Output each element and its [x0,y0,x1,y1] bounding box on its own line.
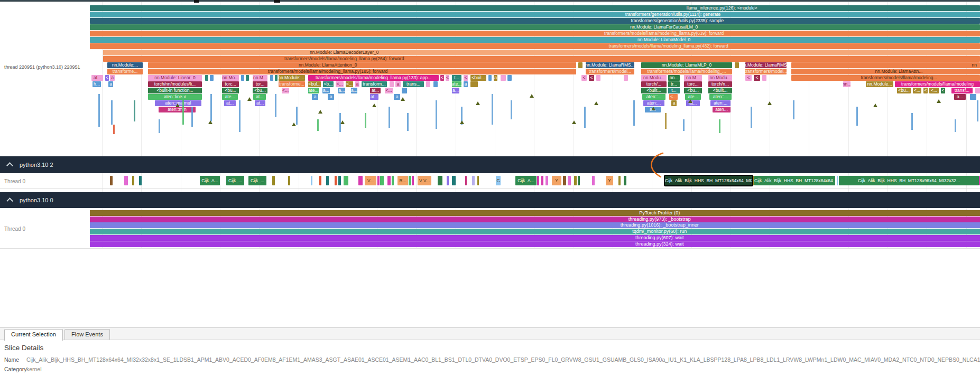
flame-span[interactable] [624,75,628,81]
flame-span[interactable]: transforme... [107,69,143,74]
flame-span[interactable] [970,94,976,100]
flame-span[interactable]: transf... [951,88,973,93]
flame-span[interactable]: nn.Mo... [222,75,239,81]
flame-span[interactable]: a [395,81,401,87]
kernel-slice[interactable] [447,176,449,185]
flame-span[interactable]: a [328,94,334,100]
flame-span[interactable]: ate... [308,88,319,93]
flame-span[interactable] [210,75,214,81]
flame-graph-track[interactable]: llama_inference.py(126): <module>transfo… [0,0,980,157]
kernel-slice-selected[interactable]: Cijk_Alik_Bljk_HHS_BH_MT128x64x64_MI32x.… [665,176,752,185]
flame-span[interactable]: <... [669,94,678,100]
flame-span[interactable]: < [923,88,928,93]
flame-span[interactable]: <bu... [253,88,267,93]
flame-span[interactable]: <... [346,81,353,87]
kernel-slice[interactable] [319,176,321,185]
kernel-slice[interactable]: Cijk_... [248,176,266,185]
flame-span[interactable]: a [671,100,677,106]
flame-span[interactable]: aten... [713,107,731,112]
kernel-slice[interactable] [377,176,380,185]
flame-span[interactable]: nn.Module:... [107,62,143,68]
flame-span[interactable]: < [446,75,449,81]
flame-span[interactable] [205,75,208,81]
kernel-slice[interactable]: C [496,176,501,185]
kernel-slice[interactable] [326,176,329,185]
flame-span[interactable]: trans... [403,81,424,87]
flame-span[interactable]: at... [370,88,381,93]
flame-span[interactable]: nn.Module: LlamaDecoderLayer_0 [103,50,980,55]
flame-span[interactable]: at... [370,94,378,100]
kernel-slice[interactable]: Y [606,176,613,185]
flame-span[interactable]: at... [253,94,266,100]
flame-span[interactable]: nn... [668,75,680,81]
flame-span[interactable]: torc... [222,81,239,87]
python-slice[interactable]: PyTorch Profiler (0) [90,210,980,216]
flame-span[interactable]: nn.Modu... [708,75,732,81]
flame-span[interactable]: < [440,75,444,81]
flame-span[interactable]: < [581,75,587,81]
flame-span[interactable]: < [941,88,945,93]
flame-span[interactable] [270,75,273,81]
kernel-slice[interactable] [541,176,543,185]
flame-span[interactable] [470,81,478,87]
flame-span[interactable]: transformers/models/llama/modeling [895,81,980,87]
flame-span[interactable]: nn.Modu... [641,75,667,81]
kernel-slice[interactable]: Y [552,176,561,185]
flame-span[interactable]: nn.M... [253,75,267,81]
python-thread-track[interactable]: PyTorch Profiler (0)threading.py(973): _… [0,208,980,248]
flame-span[interactable]: < [754,75,760,81]
kernel-slice[interactable] [412,176,414,185]
kernel-slice[interactable] [409,176,411,185]
kernel-slice[interactable] [546,176,548,185]
flame-span[interactable]: nn.Module: LlamaModel_0 [90,37,980,43]
flame-span[interactable]: <... [929,88,939,93]
flame-span[interactable]: ate... [685,94,701,100]
flame-span[interactable]: transformers/model... [586,69,634,74]
flame-span[interactable]: transformers/model... [745,69,787,74]
kernel-slice[interactable]: Cijk_Alik_Bljk_HHS_BH_MT128x96x64_MI32x3… [839,176,979,185]
kernel-slice[interactable]: Cijk_A... [200,176,220,185]
flame-span[interactable]: a... [452,88,459,93]
kernel-slice[interactable] [537,176,539,185]
kernel-slice[interactable] [837,176,838,185]
tab-flow-events[interactable]: Flow Events [64,329,110,340]
flame-span[interactable]: <b... [323,81,334,87]
flame-span[interactable]: torch/nn/modules/li... [148,81,202,87]
flame-span[interactable] [390,81,394,87]
python-slice[interactable]: threading.py(324): wait [90,241,980,247]
flame-span[interactable]: <bul... [308,81,321,87]
flame-span[interactable]: nn.Module: LlamaAttention_0 [148,62,576,68]
flame-span[interactable]: nn [791,62,980,68]
flame-span[interactable] [975,88,980,93]
kernel-slice[interactable]: R... [397,176,408,185]
kernel-slice[interactable] [358,176,363,185]
flame-span[interactable]: transformers/models/llama/modeling_llama… [308,75,439,81]
flame-span[interactable]: transformers/generation/utils.py(1114): … [90,12,980,17]
flame-span[interactable] [578,62,583,68]
python-slice[interactable]: threading.py(1016): _bootstrap_inner [90,222,980,228]
section-header-python310-0[interactable]: python3.10 0 [0,192,980,208]
flame-span[interactable]: nn.Module: LlamaForCausalLM_0 [90,24,980,30]
kernel-slice[interactable] [338,176,341,185]
flame-span[interactable]: a [464,81,468,87]
flame-span[interactable]: aten:... [643,100,664,106]
section-header-python310-2[interactable]: python3.10 2 [0,156,980,173]
kernel-slice[interactable] [124,176,128,185]
tab-current-selection[interactable]: Current Selection [4,329,63,341]
flame-span[interactable] [241,75,244,81]
flame-span[interactable]: llama_inference.py(126): <module> [90,5,980,11]
flame-span[interactable]: <buil... [470,75,486,81]
flame-span[interactable]: <built-in function... [148,88,202,93]
flame-span[interactable]: transforme... [279,81,305,87]
flame-span[interactable]: nn.Module: ... [279,75,305,81]
kernel-slice[interactable] [618,176,621,185]
kernel-track[interactable]: Cijk_A...Cijk_...Cijk_...V...R...V V...C… [0,173,980,188]
flame-span[interactable] [501,75,506,81]
python-slice[interactable]: threading.py(973): _bootstrap [90,217,980,222]
flame-span[interactable]: a... [322,88,330,93]
flame-span[interactable]: a [394,94,400,100]
flame-span[interactable]: ate... [222,94,238,100]
flame-span[interactable]: aten::... [642,94,665,100]
flame-span[interactable]: nn.Module... [866,81,893,87]
kernel-slice[interactable] [335,176,337,185]
